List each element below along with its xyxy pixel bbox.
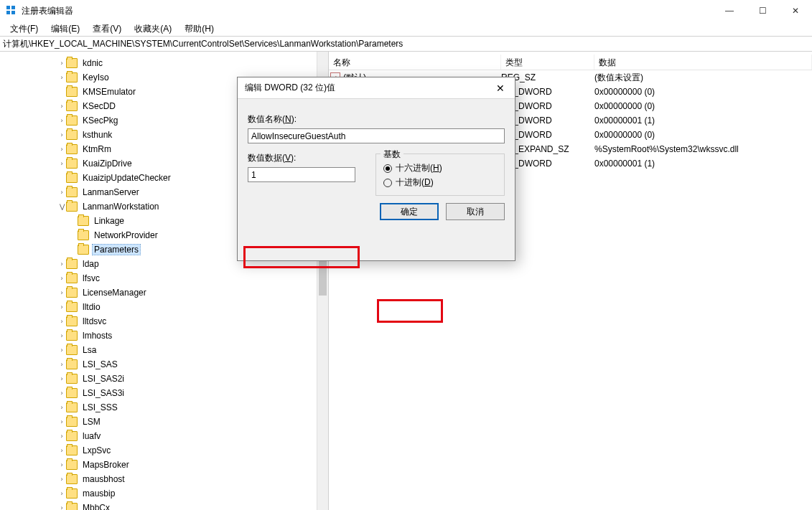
expand-icon[interactable]: › — [57, 131, 66, 138]
col-type[interactable]: 类型 — [501, 55, 594, 70]
expand-icon[interactable]: › — [57, 303, 66, 311]
tree-item-kdnic[interactable]: ›kdnic — [0, 56, 328, 70]
tree-item-lxpsvc[interactable]: ›LxpSvc — [0, 443, 328, 458]
tree-item-mbbcx[interactable]: ›MbbCx — [0, 501, 328, 510]
col-data[interactable]: 数据 — [594, 55, 812, 70]
window-controls: — ☐ ✕ — [713, 0, 812, 22]
tree-item-label: KMSEmulator — [80, 86, 138, 98]
folder-icon — [66, 273, 78, 283]
tree-item-lfsvc[interactable]: ›lfsvc — [0, 271, 328, 285]
tree-item-lsm[interactable]: ›LSM — [0, 415, 328, 429]
radio-hex[interactable]: 十六进制(H) — [383, 162, 497, 174]
tree-item-label: LicenseManager — [80, 287, 149, 298]
expand-icon[interactable]: › — [57, 447, 66, 454]
addressbar[interactable]: 计算机\HKEY_LOCAL_MACHINE\SYSTEM\CurrentCon… — [0, 36, 812, 52]
menu-edit[interactable]: 编辑(E) — [45, 22, 85, 37]
expand-icon[interactable]: › — [57, 346, 66, 354]
tree-item-label: lfsvc — [80, 273, 102, 284]
expand-icon[interactable]: › — [57, 160, 66, 167]
expand-icon[interactable]: › — [57, 260, 66, 268]
radio-dec[interactable]: 十进制(D) — [383, 176, 497, 189]
minimize-button[interactable]: — — [713, 0, 746, 22]
expand-icon[interactable]: ⋁ — [57, 203, 66, 210]
tree-item-label: mausbhost — [80, 473, 127, 485]
value-data: %SystemRoot%\System32\wkssvc.dll — [594, 144, 812, 154]
expand-icon[interactable]: › — [57, 433, 66, 440]
expand-icon[interactable]: › — [57, 332, 66, 339]
expand-icon[interactable]: › — [57, 60, 66, 67]
expand-icon[interactable]: › — [57, 476, 66, 483]
ok-button[interactable]: 确定 — [380, 203, 439, 220]
tree-item-label: LanmanServer — [80, 186, 141, 198]
folder-icon — [66, 345, 78, 355]
folder-icon — [66, 503, 78, 510]
expand-icon[interactable]: › — [57, 103, 66, 110]
folder-icon — [66, 388, 78, 398]
svg-rect-2 — [6, 11, 10, 14]
expand-icon[interactable]: › — [57, 389, 66, 397]
folder-icon — [78, 216, 89, 226]
tree-item-lltdio[interactable]: ›lltdio — [0, 300, 328, 314]
tree-item-lsi_sas3i[interactable]: ›LSI_SAS3i — [0, 386, 328, 400]
tree-item-lltdsvc[interactable]: ›lltdsvc — [0, 314, 328, 329]
dialog-titlebar[interactable]: 编辑 DWORD (32 位)值 ✕ — [238, 77, 515, 99]
expand-icon[interactable]: › — [57, 375, 66, 382]
menubar: 文件(F) 编辑(E) 查看(V) 收藏夹(A) 帮助(H) — [0, 22, 812, 36]
expand-icon[interactable]: › — [57, 404, 66, 411]
value-data: (数值未设置) — [594, 72, 812, 84]
folder-icon — [66, 72, 78, 82]
folder-icon — [66, 359, 78, 369]
folder-icon — [66, 474, 78, 484]
tree-item-label: KeyIso — [80, 72, 111, 83]
expand-icon[interactable]: › — [57, 490, 66, 497]
folder-icon — [66, 402, 78, 412]
tree-item-lsa[interactable]: ›Lsa — [0, 343, 328, 357]
expand-icon[interactable]: › — [57, 117, 66, 124]
expand-icon[interactable]: › — [57, 361, 66, 368]
folder-icon — [66, 159, 78, 169]
menu-help[interactable]: 帮助(H) — [179, 22, 220, 37]
tree-item-label: KuaiZipDrive — [80, 158, 134, 169]
value-data: 0x00000000 (0) — [594, 87, 812, 97]
tree-item-label: ldap — [80, 258, 101, 270]
folder-icon — [66, 202, 78, 212]
value-data: 0x00000001 (1) — [594, 159, 812, 169]
menu-file[interactable]: 文件(F) — [4, 22, 44, 37]
col-name[interactable]: 名称 — [329, 55, 501, 70]
tree-item-mausbip[interactable]: ›mausbip — [0, 486, 328, 501]
base-group: 基数 十六进制(H) 十进制(D) — [375, 154, 505, 196]
dialog-close-button[interactable]: ✕ — [486, 77, 515, 99]
tree-item-mausbhost[interactable]: ›mausbhost — [0, 472, 328, 486]
tree-item-label: lltdsvc — [80, 316, 108, 327]
menu-view[interactable]: 查看(V) — [87, 22, 127, 37]
tree-item-label: KuaizipUpdateChecker — [80, 172, 173, 184]
maximize-button[interactable]: ☐ — [746, 0, 779, 22]
tree-item-lmhosts[interactable]: ›lmhosts — [0, 329, 328, 343]
expand-icon[interactable]: › — [57, 289, 66, 296]
tree-item-lsi_sas2i[interactable]: ›LSI_SAS2i — [0, 372, 328, 386]
value-data-input[interactable] — [248, 167, 355, 182]
tree-item-mapsbroker[interactable]: ›MapsBroker — [0, 458, 328, 472]
menu-favorites[interactable]: 收藏夹(A) — [129, 22, 177, 37]
tree-item-lsi_sss[interactable]: ›LSI_SSS — [0, 400, 328, 415]
svg-rect-0 — [6, 6, 10, 9]
tree-item-label: LanmanWorkstation — [80, 201, 162, 212]
tree-item-licensemanager[interactable]: ›LicenseManager — [0, 285, 328, 300]
cancel-button[interactable]: 取消 — [446, 203, 505, 220]
tree-item-label: lmhosts — [80, 330, 114, 341]
close-button[interactable]: ✕ — [779, 0, 812, 22]
folder-icon — [66, 445, 78, 455]
expand-icon[interactable]: › — [57, 146, 66, 153]
expand-icon[interactable]: › — [57, 275, 66, 282]
edit-dword-dialog: 编辑 DWORD (32 位)值 ✕ 数值名称(N): 数值数据(V): 基数 … — [237, 77, 515, 261]
expand-icon[interactable]: › — [57, 189, 66, 196]
tree-item-label: MapsBroker — [80, 459, 131, 471]
tree-item-luafv[interactable]: ›luafv — [0, 429, 328, 443]
expand-icon[interactable]: › — [57, 504, 66, 510]
expand-icon[interactable]: › — [57, 418, 66, 425]
expand-icon[interactable]: › — [57, 318, 66, 325]
expand-icon[interactable]: › — [57, 461, 66, 468]
expand-icon[interactable]: › — [57, 74, 66, 81]
folder-icon — [66, 173, 78, 183]
tree-item-lsi_sas[interactable]: ›LSI_SAS — [0, 357, 328, 372]
